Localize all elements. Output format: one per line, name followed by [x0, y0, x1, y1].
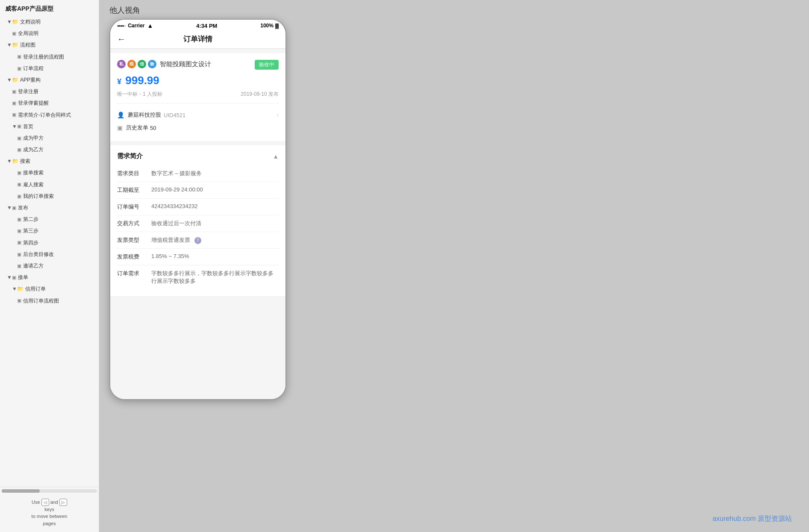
history-count: 50 — [150, 125, 156, 131]
sidebar-item-label: 信用订单 — [25, 285, 46, 293]
sidebar-item-credit-order-flow[interactable]: ▣ 信用订单流程图 — [0, 295, 99, 307]
doc-icon: ▣ — [12, 100, 16, 107]
history-row: ▣ 历史发单 50 — [117, 121, 279, 134]
sidebar-item-label: 首页 — [23, 123, 33, 131]
detail-value: 424234334234232 — [151, 203, 279, 209]
invoice-type-text: 增值税普通发票 — [151, 237, 190, 243]
order-tags: 私 税 信 验 智能投顾图文设计 — [117, 60, 255, 68]
sidebar-item-label: 发布 — [18, 204, 28, 212]
back-button[interactable]: ← — [117, 34, 126, 44]
sidebar-item-label: 接单搜索 — [23, 169, 44, 177]
chevron-down-icon: ▼ — [12, 123, 15, 131]
sidebar-item-doc-section[interactable]: ▼ 📁 文档说明 — [0, 16, 99, 28]
sidebar-item-accept-order[interactable]: ▼ ▣ 接单 — [0, 272, 99, 283]
sidebar-item-demand-intro[interactable]: ▣ 需求简介-订单合同样式 — [0, 109, 99, 121]
doc-icon: ▣ — [17, 297, 21, 305]
sidebar-item-label: 接单 — [18, 273, 28, 282]
sidebar-scrollbar-area — [0, 487, 99, 495]
sidebar-h-scrollbar[interactable] — [2, 489, 97, 493]
hint-move: to move between — [32, 514, 68, 519]
doc-icon: ▣ — [17, 146, 21, 154]
sidebar-item-label: 我的订单搜索 — [23, 192, 54, 200]
detail-row-payment: 交易方式 验收通过后一次付清 — [117, 215, 279, 232]
order-meta: 唯一中标・1 人投标 2019-08-10 发布 — [117, 91, 279, 98]
phone-content[interactable]: 私 税 信 验 智能投顾图文设计 验收中 ¥ 999.99 唯一中标・1 — [110, 49, 285, 399]
buyer-name-row[interactable]: 👤 蘑菇科技控股 UID4521 › — [117, 109, 279, 121]
sidebar-item-label: APP重构 — [20, 76, 41, 84]
status-left: ●●●●○ Carrier ▲ — [117, 22, 153, 29]
sidebar-item-app-rebuild[interactable]: ▼ 📁 APP重构 — [0, 74, 99, 86]
sidebar-item-step2[interactable]: ▣ 第二步 — [0, 214, 99, 225]
sidebar: 威客APP产品原型 ▼ 📁 文档说明 ▣ 全局说明 ▼ 📁 流程图 ▣ 登录注册… — [0, 0, 99, 532]
history-label: 历史发单 — [126, 124, 148, 132]
detail-value: 1.85% ~ 7.35% — [151, 253, 279, 259]
sidebar-item-login-popup[interactable]: ▣ 登录弹窗提醒 — [0, 97, 99, 109]
sidebar-item-label: 文档说明 — [20, 18, 41, 26]
doc-icon: ▣ — [12, 204, 16, 212]
sidebar-item-my-order-search[interactable]: ▣ 我的订单搜索 — [0, 191, 99, 202]
sidebar-item-step4[interactable]: ▣ 第四步 — [0, 237, 99, 249]
sidebar-item-login-reg[interactable]: ▣ 登录注册 — [0, 86, 99, 97]
sidebar-item-backend-cat[interactable]: ▣ 后台类目修改 — [0, 249, 99, 260]
help-icon[interactable]: ? — [194, 237, 201, 244]
wifi-icon: ▲ — [147, 22, 153, 29]
nav-title: 订单详情 — [183, 34, 212, 44]
sidebar-bottom-hint: Use ◁ and ▷ keys to move between pages — [0, 495, 99, 532]
order-header: 私 税 信 验 智能投顾图文设计 验收中 — [117, 60, 279, 70]
folder-icon: 📁 — [12, 157, 18, 165]
doc-icon: ▣ — [17, 181, 21, 188]
sidebar-item-yifang[interactable]: ▣ 成为乙方 — [0, 144, 99, 156]
detail-value: 数字艺术 – 摄影服务 — [151, 170, 279, 177]
sidebar-item-label: 订单流程 — [23, 65, 44, 73]
sidebar-item-label: 成为乙方 — [23, 146, 44, 154]
collapse-toggle[interactable]: ▲ — [273, 153, 279, 160]
sidebar-item-login-flow[interactable]: ▣ 登录注册的流程图 — [0, 51, 99, 63]
order-card: 私 税 信 验 智能投顾图文设计 验收中 ¥ 999.99 唯一中标・1 — [110, 53, 285, 141]
sidebar-item-homepage[interactable]: ▼ ▣ 首页 — [0, 121, 99, 132]
sidebar-item-global-desc[interactable]: ▣ 全局说明 — [0, 28, 99, 39]
doc-icon: ▣ — [17, 53, 21, 61]
demand-section: 需求简介 ▲ 需求类目 数字艺术 – 摄影服务 工期截至 2019-09-29 … — [110, 145, 285, 296]
buyer-uid: UID4521 — [164, 112, 185, 118]
section-header[interactable]: 需求简介 ▲ — [117, 152, 279, 160]
order-status-badge: 验收中 — [255, 60, 279, 70]
sidebar-item-hire-search[interactable]: ▣ 雇人搜索 — [0, 179, 99, 191]
sidebar-item-label: 第四步 — [23, 239, 38, 247]
sidebar-item-publish[interactable]: ▼ ▣ 发布 — [0, 202, 99, 214]
phone-container: ●●●●○ Carrier ▲ 4:34 PM 100% ▓ ← 订单详情 — [109, 19, 799, 400]
folder-icon: 📁 — [12, 41, 18, 49]
doc-list-icon: ▣ — [117, 124, 123, 131]
folder-icon: 📁 — [17, 285, 24, 293]
detail-value: 增值税普通发票 ? — [151, 236, 279, 244]
detail-row-invoice-type: 发票类型 增值税普通发票 ? — [117, 232, 279, 249]
detail-label: 订单编号 — [117, 203, 148, 211]
sidebar-item-accept-search[interactable]: ▣ 接单搜索 — [0, 167, 99, 179]
sidebar-item-step3[interactable]: ▣ 第三步 — [0, 225, 99, 237]
detail-row-deadline: 工期截至 2019-09-29 24:00:00 — [117, 182, 279, 199]
hint-and: and — [50, 500, 59, 505]
hint-text: Use — [32, 500, 41, 505]
folder-icon: 📁 — [12, 76, 18, 84]
sidebar-item-flowchart[interactable]: ▼ 📁 流程图 — [0, 39, 99, 51]
sidebar-item-order-flow[interactable]: ▣ 订单流程 — [0, 63, 99, 74]
sidebar-item-invite-yifang[interactable]: ▣ 邀请乙方 — [0, 260, 99, 272]
doc-icon: ▣ — [17, 227, 21, 235]
sidebar-item-jiafang[interactable]: ▣ 成为甲方 — [0, 132, 99, 144]
doc-icon: ▣ — [17, 262, 21, 270]
meta-left: 唯一中标・1 人投标 — [117, 91, 162, 98]
doc-icon: ▣ — [17, 135, 21, 142]
battery-pct: 100% — [260, 23, 274, 29]
sidebar-item-label: 邀请乙方 — [23, 262, 44, 270]
sidebar-item-search[interactable]: ▼ 📁 搜索 — [0, 156, 99, 167]
tag-credit: 信 — [138, 60, 146, 68]
detail-value: 验收通过后一次付清 — [151, 220, 279, 227]
status-bar: ●●●●○ Carrier ▲ 4:34 PM 100% ▓ — [110, 20, 285, 31]
sidebar-item-label: 全局说明 — [18, 29, 38, 38]
detail-label: 订单需求 — [117, 270, 148, 277]
buyer-info: 👤 蘑菇科技控股 UID4521 › ▣ 历史发单 50 — [117, 109, 279, 134]
sidebar-item-credit-order[interactable]: ▼ 📁 信用订单 — [0, 283, 99, 295]
detail-label: 交易方式 — [117, 220, 148, 227]
detail-label: 需求类目 — [117, 170, 148, 177]
order-price: ¥ 999.99 — [117, 74, 279, 87]
sidebar-item-label: 成为甲方 — [23, 134, 44, 142]
